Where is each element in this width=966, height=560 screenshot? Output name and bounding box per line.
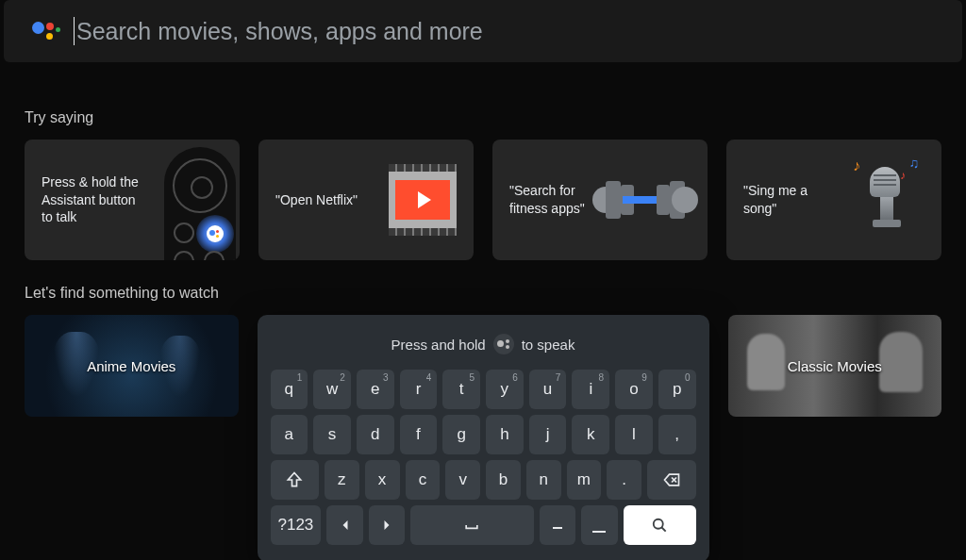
card-text: "Sing me a song" bbox=[743, 182, 840, 218]
key-e[interactable]: e3 bbox=[357, 370, 394, 409]
key-c[interactable]: c bbox=[406, 460, 441, 500]
try-saying-label: Try saying bbox=[25, 109, 966, 126]
key-shift[interactable] bbox=[271, 460, 319, 500]
key-q[interactable]: q1 bbox=[271, 370, 308, 409]
key-b[interactable]: b bbox=[486, 460, 521, 500]
key-j[interactable]: j bbox=[529, 415, 567, 454]
key-g[interactable]: g bbox=[442, 415, 480, 454]
key-u[interactable]: u7 bbox=[529, 370, 567, 409]
poster-classic-movies[interactable]: Classic Movies bbox=[728, 315, 942, 417]
dumbbell-icon bbox=[600, 140, 691, 260]
key-l[interactable]: l bbox=[615, 415, 653, 454]
card-sing-song[interactable]: "Sing me a song" ♪♫♪ bbox=[726, 140, 941, 260]
key-p[interactable]: p0 bbox=[658, 370, 696, 409]
poster-anime-movies[interactable]: Anime Movies bbox=[25, 315, 239, 417]
hint-after: to speak bbox=[522, 337, 575, 353]
card-assistant-hint[interactable]: Press & hold the Assistant button to tal… bbox=[25, 140, 240, 260]
key-right[interactable] bbox=[369, 505, 405, 545]
key-a[interactable]: a bbox=[271, 415, 308, 454]
key-h[interactable]: h bbox=[486, 415, 524, 454]
key-f[interactable]: f bbox=[400, 415, 438, 454]
key-t[interactable]: t5 bbox=[442, 370, 480, 409]
svg-point-0 bbox=[654, 519, 663, 529]
keyboard-hint: Press and hold to speak bbox=[271, 334, 696, 354]
key-n[interactable]: n bbox=[526, 460, 561, 500]
key-left[interactable] bbox=[326, 505, 362, 545]
remote-icon bbox=[164, 147, 236, 260]
card-fitness-apps[interactable]: "Search for fitness apps" bbox=[492, 140, 708, 260]
key-comma[interactable]: , bbox=[658, 415, 696, 454]
key-period[interactable]: . bbox=[607, 460, 641, 500]
key-symbols[interactable]: ?123 bbox=[271, 505, 322, 545]
key-d[interactable]: d bbox=[357, 415, 394, 454]
video-icon bbox=[389, 140, 457, 260]
key-space[interactable] bbox=[410, 505, 534, 545]
key-k[interactable]: k bbox=[572, 415, 609, 454]
key-dash[interactable] bbox=[540, 505, 575, 545]
key-w[interactable]: w2 bbox=[313, 370, 351, 409]
key-o[interactable]: o9 bbox=[615, 370, 653, 409]
card-text: Press & hold the Assistant button to tal… bbox=[42, 173, 145, 227]
onscreen-keyboard: Press and hold to speak q1w2e3r4t5y6u7i8… bbox=[258, 315, 709, 560]
search-input[interactable]: Search movies, shows, apps and more bbox=[74, 17, 483, 45]
key-r[interactable]: r4 bbox=[400, 370, 438, 409]
key-v[interactable]: v bbox=[445, 460, 480, 500]
microphone-icon: ♪♫♪ bbox=[849, 140, 924, 260]
keyboard-row-3: zxcvbnm. bbox=[271, 460, 696, 500]
card-open-netflix[interactable]: "Open Netflix" bbox=[258, 140, 474, 260]
watch-row: Anime Movies Press and hold to speak q1w… bbox=[0, 315, 966, 560]
hint-before: Press and hold bbox=[391, 337, 486, 353]
card-text: "Open Netflix" bbox=[275, 191, 379, 209]
assistant-mini-icon bbox=[493, 334, 514, 354]
poster-title: Anime Movies bbox=[87, 358, 175, 374]
key-s[interactable]: s bbox=[313, 415, 351, 454]
key-y[interactable]: y6 bbox=[486, 370, 524, 409]
keyboard-row-1: q1w2e3r4t5y6u7i8o9p0 bbox=[271, 370, 696, 409]
text-cursor bbox=[74, 17, 75, 45]
search-bar[interactable]: Search movies, shows, apps and more bbox=[4, 0, 962, 62]
key-i[interactable]: i8 bbox=[572, 370, 609, 409]
find-something-label: Let's find something to watch bbox=[25, 285, 966, 302]
key-backspace[interactable] bbox=[647, 460, 695, 500]
key-m[interactable]: m bbox=[567, 460, 602, 500]
key-z[interactable]: z bbox=[325, 460, 359, 500]
poster-title: Classic Movies bbox=[788, 358, 882, 374]
key-underscore[interactable] bbox=[581, 505, 617, 545]
key-search[interactable] bbox=[624, 505, 696, 545]
suggestion-cards: Press & hold the Assistant button to tal… bbox=[0, 140, 966, 260]
keyboard-row-4: ?123 bbox=[271, 505, 696, 545]
keyboard-row-2: asdfghjkl, bbox=[271, 415, 696, 454]
assistant-icon bbox=[30, 18, 57, 44]
search-placeholder: Search movies, shows, apps and more bbox=[76, 18, 483, 45]
card-text: "Search for fitness apps" bbox=[509, 182, 591, 218]
key-x[interactable]: x bbox=[365, 460, 400, 500]
